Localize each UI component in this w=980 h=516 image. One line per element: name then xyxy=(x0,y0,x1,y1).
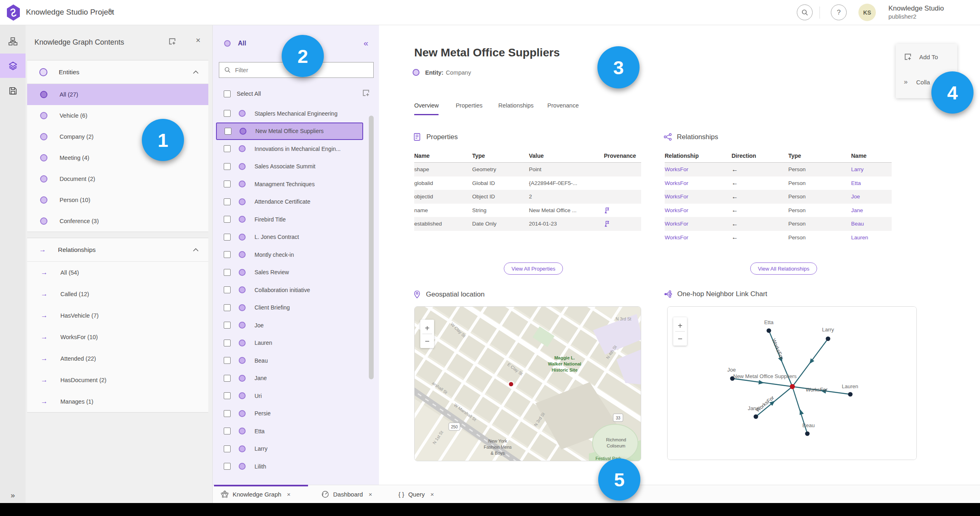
sidebar-item-relationship-type[interactable]: → Called (12) xyxy=(27,283,208,305)
sidebar-item-data-model[interactable] xyxy=(0,30,26,53)
list-item[interactable]: Collaboration initiative xyxy=(213,281,379,299)
close-tab-icon[interactable]: × xyxy=(368,491,372,498)
expand-rail-icon[interactable]: » xyxy=(0,491,26,500)
edit-title-icon[interactable]: ✎ xyxy=(108,7,114,16)
item-checkbox[interactable] xyxy=(224,322,231,329)
relationship-type-link[interactable]: WorksFor xyxy=(665,194,732,200)
node-etta[interactable] xyxy=(766,328,771,333)
list-item[interactable]: Uri xyxy=(213,387,379,405)
item-checkbox[interactable] xyxy=(224,251,231,258)
list-item[interactable]: Larry xyxy=(213,440,379,458)
sidebar-item-entity-type[interactable]: Document (2) xyxy=(27,168,208,189)
list-item[interactable]: Staplers Mechanical Engineering xyxy=(213,105,379,123)
sidebar-item-relationship-type[interactable]: → All (54) xyxy=(27,262,208,283)
list-item[interactable]: Sales Associate Summit xyxy=(213,158,379,176)
type-filter[interactable]: All xyxy=(224,40,246,47)
list-item[interactable]: Etta xyxy=(213,422,379,440)
list-item[interactable]: Attendance Certificate xyxy=(213,193,379,211)
provenance-lineage-icon[interactable] xyxy=(604,207,641,214)
list-item[interactable]: Persie xyxy=(213,405,379,423)
list-item[interactable]: Innovations in Mechanical Engin... xyxy=(213,140,379,158)
sidebar-item-relationship-type[interactable]: → Attended (22) xyxy=(27,348,208,369)
chart-zoom-control[interactable]: + − xyxy=(673,317,687,346)
list-item[interactable]: Managment Techniques xyxy=(213,175,379,193)
list-item[interactable]: L. Jones Contract xyxy=(213,228,379,246)
add-to-new-list-icon[interactable] xyxy=(362,89,370,97)
item-checkbox[interactable] xyxy=(224,392,231,399)
tab-overview[interactable]: Overview xyxy=(414,102,439,115)
related-entity-link[interactable]: Jane xyxy=(851,207,892,213)
related-entity-link[interactable]: Beau xyxy=(851,221,892,227)
sidebar-item-entity-type[interactable]: Conference (3) xyxy=(27,211,208,232)
relationship-type-link[interactable]: WorksFor xyxy=(665,180,732,186)
item-checkbox[interactable] xyxy=(224,181,231,187)
list-item[interactable]: Lilith xyxy=(213,458,379,475)
item-checkbox[interactable] xyxy=(224,304,231,311)
sidebar-item-entity-type[interactable]: All (27) xyxy=(27,84,208,105)
scrollbar[interactable] xyxy=(369,116,374,379)
link-chart-canvas[interactable]: WorksFor WorksFor WorksFor Etta Larry Jo… xyxy=(668,307,917,460)
sidebar-item-save[interactable] xyxy=(0,80,26,102)
entities-section-header[interactable]: Entities xyxy=(27,60,208,84)
close-panel-icon[interactable]: × xyxy=(196,36,201,45)
relationship-type-link[interactable]: WorksFor xyxy=(665,166,732,172)
tab-query[interactable]: { } Query × xyxy=(398,485,434,503)
sidebar-item-relationship-type[interactable]: → WorksFor (10) xyxy=(27,326,208,348)
view-all-properties-button[interactable]: View All Properties xyxy=(504,262,563,275)
close-tab-icon[interactable]: × xyxy=(287,491,291,498)
sidebar-item-entity-type[interactable]: Vehicle (6) xyxy=(27,105,208,126)
help-button[interactable]: ? xyxy=(831,4,847,20)
list-item[interactable]: Client Briefing xyxy=(213,299,379,317)
node-jane[interactable] xyxy=(753,414,758,419)
close-tab-icon[interactable]: × xyxy=(430,491,434,498)
list-item[interactable]: Montly check-in xyxy=(213,246,379,264)
collapse-panel-icon[interactable]: « xyxy=(364,38,368,48)
related-entity-link[interactable]: Lauren xyxy=(851,234,892,241)
list-item[interactable]: Beau xyxy=(213,352,379,370)
node-larry[interactable] xyxy=(826,336,830,341)
view-all-relationships-button[interactable]: View All Relationships xyxy=(750,262,817,275)
item-checkbox[interactable] xyxy=(224,410,231,417)
list-item[interactable]: Sales Review xyxy=(213,264,379,282)
item-checkbox[interactable] xyxy=(224,110,231,117)
account-info[interactable]: Knowledge Studio publisher2 xyxy=(888,4,944,21)
item-checkbox[interactable] xyxy=(225,128,231,135)
search-button[interactable] xyxy=(797,4,813,20)
item-checkbox[interactable] xyxy=(224,234,231,241)
item-checkbox[interactable] xyxy=(224,145,231,152)
map-zoom-control[interactable]: + − xyxy=(420,320,434,348)
list-item[interactable]: Jane xyxy=(213,370,379,387)
list-item[interactable]: Joe xyxy=(213,316,379,334)
tab-properties[interactable]: Properties xyxy=(456,102,482,115)
related-entity-link[interactable]: Joe xyxy=(851,194,892,200)
tab-provenance[interactable]: Provenance xyxy=(548,102,579,115)
tab-knowledge-graph[interactable]: Knowledge Graph × xyxy=(221,485,291,503)
add-to-menu-item[interactable]: Add To xyxy=(896,48,957,66)
item-checkbox[interactable] xyxy=(224,428,231,434)
sidebar-item-contents[interactable] xyxy=(0,54,26,78)
add-to-new-list-icon[interactable] xyxy=(168,37,176,45)
sidebar-item-entity-type[interactable]: Person (10) xyxy=(27,189,208,211)
related-entity-link[interactable]: Etta xyxy=(851,180,892,186)
avatar[interactable]: KS xyxy=(858,4,876,21)
tab-relationships[interactable]: Relationships xyxy=(499,102,534,115)
list-item[interactable]: New Metal Office Suppliers xyxy=(216,123,363,140)
item-checkbox[interactable] xyxy=(224,340,231,346)
item-checkbox[interactable] xyxy=(224,269,231,276)
item-checkbox[interactable] xyxy=(224,463,231,470)
node-center-company[interactable] xyxy=(790,384,795,389)
item-checkbox[interactable] xyxy=(224,357,231,364)
provenance-lineage-icon[interactable] xyxy=(604,220,641,227)
node-beau[interactable] xyxy=(805,431,809,436)
sidebar-item-relationship-type[interactable]: → HasDocument (2) xyxy=(27,369,208,391)
list-item[interactable]: Lauren xyxy=(213,334,379,352)
related-entity-link[interactable]: Larry xyxy=(851,166,892,172)
list-item[interactable]: Firebird Title xyxy=(213,211,379,228)
item-checkbox[interactable] xyxy=(224,163,231,170)
item-checkbox[interactable] xyxy=(224,216,231,223)
node-lauren[interactable] xyxy=(848,392,852,396)
map-canvas[interactable]: W Clay St E Clay St W Marshall St N 3rd … xyxy=(415,307,641,461)
item-checkbox[interactable] xyxy=(224,286,231,293)
item-checkbox[interactable] xyxy=(224,445,231,452)
relationship-type-link[interactable]: WorksFor xyxy=(665,234,732,241)
